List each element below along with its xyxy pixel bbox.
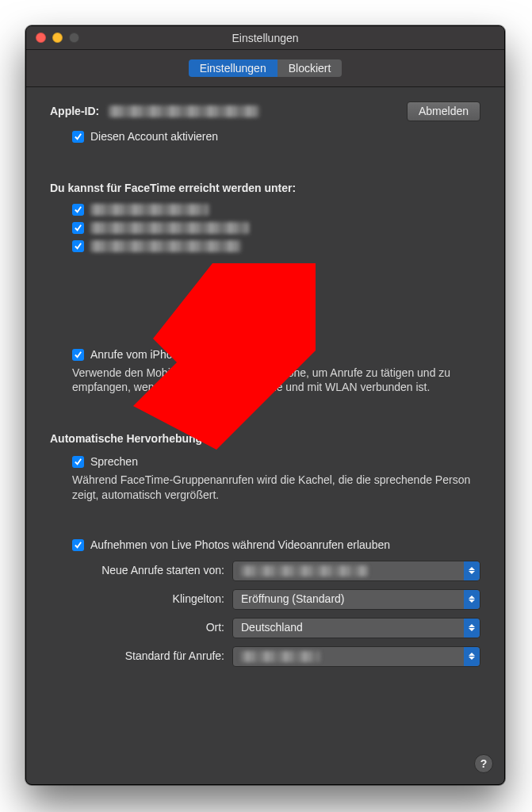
iphone-calls-checkbox[interactable] (72, 349, 84, 361)
reachable-value-3-redacted (90, 240, 241, 252)
auto-highlight-description: Während FaceTime-Gruppenanrufen wird die… (50, 473, 480, 503)
speak-checkbox[interactable] (72, 456, 84, 468)
location-label: Ort: (50, 620, 232, 635)
ringtone-select[interactable]: Eröffnung (Standard) (232, 589, 480, 610)
activate-account-checkbox[interactable] (72, 131, 84, 143)
new-calls-from-value-redacted (241, 565, 368, 576)
help-button[interactable]: ? (474, 754, 493, 773)
default-calls-value-redacted (241, 651, 320, 662)
tab-blocked[interactable]: Blockiert (277, 59, 343, 77)
reachable-heading: Du kannst für FaceTime erreicht werden u… (50, 181, 480, 196)
toolbar: Einstellungen Blockiert (26, 50, 504, 87)
maximize-button (69, 33, 79, 43)
sign-out-button[interactable]: Abmelden (407, 102, 480, 121)
chevron-up-down-icon (464, 619, 480, 638)
apple-id-label: Apple-ID: (50, 104, 99, 119)
reachable-value-2-redacted (90, 222, 249, 234)
iphone-calls-label: Anrufe vom iPhone (90, 347, 185, 362)
close-button[interactable] (36, 33, 46, 43)
chevron-up-down-icon (464, 647, 480, 666)
iphone-calls-description: Verwende den Mobilfunkaccount deines iPh… (50, 366, 480, 396)
ringtone-value: Eröffnung (Standard) (241, 592, 345, 607)
reachable-checkbox-2[interactable] (72, 222, 84, 234)
location-select[interactable]: Deutschland (232, 618, 480, 638)
help-glyph: ? (480, 756, 488, 772)
auto-highlight-heading: Automatische Hervorhebung (50, 431, 480, 446)
minimize-button[interactable] (52, 33, 63, 43)
tabs: Einstellungen Blockiert (189, 59, 343, 77)
tab-settings[interactable]: Einstellungen (189, 59, 277, 77)
location-value: Deutschland (241, 620, 303, 635)
titlebar: Einstellungen (26, 26, 504, 50)
window-title: Einstellungen (26, 32, 504, 44)
default-calls-select[interactable] (232, 646, 480, 667)
activate-account-label: Diesen Account aktivieren (90, 129, 218, 144)
chevron-up-down-icon (464, 590, 480, 609)
content: Apple-ID: Abmelden Diesen Account aktivi… (26, 87, 504, 784)
reachable-checkbox-1[interactable] (72, 204, 84, 216)
new-calls-from-select[interactable] (232, 561, 480, 581)
ringtone-label: Klingelton: (50, 592, 232, 607)
reachable-checkbox-3[interactable] (72, 240, 84, 252)
speak-label: Sprechen (90, 454, 138, 469)
chevron-up-down-icon (464, 561, 480, 580)
new-calls-from-label: Neue Anrufe starten von: (50, 563, 232, 578)
live-photos-checkbox[interactable] (72, 539, 84, 551)
apple-id-value-redacted (109, 105, 259, 117)
default-calls-label: Standard für Anrufe: (50, 649, 232, 664)
traffic-lights (26, 33, 79, 43)
preferences-window: Einstellungen Einstellungen Blockiert Ap… (25, 25, 505, 785)
reachable-value-1-redacted (90, 204, 209, 216)
live-photos-label: Aufnehmen von Live Photos während Videoa… (90, 538, 390, 553)
